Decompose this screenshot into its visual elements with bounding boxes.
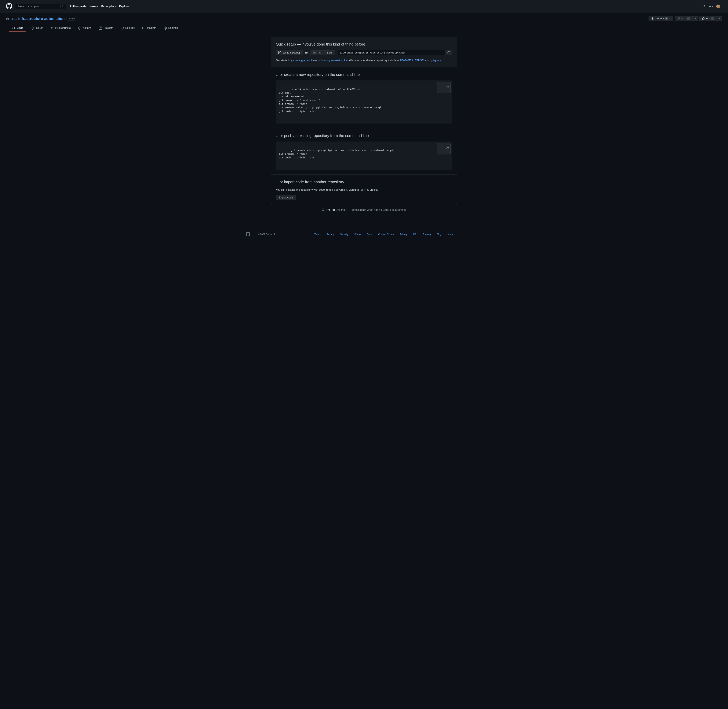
import-heading: …or import code from another repository <box>276 179 452 185</box>
readme-link[interactable]: README <box>399 59 411 62</box>
tab-actions[interactable]: Actions <box>75 25 95 32</box>
or-text: or <box>305 51 308 55</box>
footer-docs[interactable]: Docs <box>367 233 372 236</box>
fork-button: Fork 0 <box>675 16 693 21</box>
git-pull-request-icon <box>51 26 54 29</box>
tab-code[interactable]: Code <box>9 25 26 32</box>
shield-icon <box>121 26 124 29</box>
star-count: 0 <box>711 17 714 20</box>
push-code-block: git remote add origin git@github.com:pst… <box>276 142 452 170</box>
repo-path: pst/infrastructure-automation <box>11 16 65 22</box>
triangle-down-icon <box>694 18 696 19</box>
footer-about[interactable]: About <box>447 233 453 236</box>
plus-icon <box>708 5 711 8</box>
footer-pricing[interactable]: Pricing <box>400 233 407 236</box>
setup-box: Quick setup — if you've done this kind o… <box>271 36 457 205</box>
repo-forked-icon <box>677 17 680 20</box>
fork-count: 0 <box>686 17 690 20</box>
copy-icon <box>446 147 449 150</box>
user-menu[interactable] <box>716 4 722 8</box>
footer: © 2022 GitHub, Inc. Terms Privacy Securi… <box>243 224 485 238</box>
repo-header: pst/infrastructure-automation Private Un… <box>0 13 728 32</box>
footer-security[interactable]: Security <box>340 233 348 236</box>
license-link[interactable]: LICENSE <box>412 59 424 62</box>
import-code-button[interactable]: Import code <box>276 195 296 200</box>
repo-owner-link[interactable]: pst <box>11 16 16 21</box>
watch-count: 1 <box>664 17 668 20</box>
eye-icon <box>651 17 654 20</box>
nav-issues[interactable]: Issues <box>89 4 98 8</box>
repo-name-link[interactable]: infrastructure-automation <box>18 16 64 21</box>
quick-setup-heading: Quick setup — if you've done this kind o… <box>276 41 452 47</box>
bell-icon <box>702 5 705 8</box>
upload-file-link[interactable]: uploading an existing file <box>319 59 348 62</box>
issue-opened-icon <box>31 26 34 29</box>
footer-api[interactable]: API <box>413 233 416 236</box>
push-heading: …or push an existing repository from the… <box>276 133 452 139</box>
global-header: / Pull requests Issues Marketplace Explo… <box>0 0 728 13</box>
lock-icon <box>6 17 9 21</box>
copy-push-button[interactable] <box>437 143 451 155</box>
setup-desktop-button[interactable]: Set up in Desktop <box>276 50 303 55</box>
footer-privacy[interactable]: Privacy <box>327 233 334 236</box>
avatar <box>716 4 720 8</box>
repo-tabs: Code Issues Pull requests Actions Projec… <box>6 25 722 32</box>
desktop-download-icon <box>278 51 281 54</box>
global-nav: Pull requests Issues Marketplace Explore <box>70 4 129 8</box>
github-logo[interactable] <box>6 3 12 10</box>
graph-icon <box>143 26 146 29</box>
create-code-block: echo "# infrastructure-automation" >> RE… <box>276 80 452 124</box>
tab-pull-requests[interactable]: Pull requests <box>48 25 74 32</box>
gear-icon <box>164 26 167 29</box>
footer-logo[interactable] <box>246 232 250 237</box>
create-file-link[interactable]: creating a new file <box>293 59 315 62</box>
tab-insights[interactable]: Insights <box>139 25 159 32</box>
search-box[interactable]: / <box>15 4 67 9</box>
nav-marketplace[interactable]: Marketplace <box>101 4 116 8</box>
footer-training[interactable]: Training <box>422 233 431 236</box>
star-caret[interactable] <box>717 16 722 21</box>
triangle-down-icon <box>720 6 722 7</box>
star-icon <box>702 17 705 20</box>
search-input[interactable] <box>17 5 60 8</box>
tab-issues[interactable]: Issues <box>28 25 46 32</box>
copy-create-button[interactable] <box>437 82 451 93</box>
create-heading: …or create a new repository on the comma… <box>276 72 452 77</box>
footer-status[interactable]: Status <box>355 233 361 236</box>
create-menu[interactable] <box>708 5 713 8</box>
setup-help-text: Get started by creating a new file or up… <box>276 58 452 63</box>
notifications-button[interactable] <box>702 5 705 8</box>
footer-contact[interactable]: Contact GitHub <box>378 233 394 236</box>
copy-icon <box>447 51 450 54</box>
mark-github-icon <box>6 3 12 9</box>
star-button[interactable]: Star 0 <box>699 16 717 21</box>
play-icon <box>78 26 81 29</box>
footer-blog[interactable]: Blog <box>437 233 441 236</box>
mark-github-icon <box>246 232 250 236</box>
import-desc: You can initialize this repository with … <box>276 188 452 192</box>
nav-pull-requests[interactable]: Pull requests <box>70 4 86 8</box>
copy-url-button[interactable] <box>445 50 452 55</box>
unwatch-button[interactable]: Unwatch 1 <box>649 16 673 21</box>
nav-explore[interactable]: Explore <box>119 4 129 8</box>
code-icon <box>12 26 15 29</box>
tab-security[interactable]: Security <box>118 25 138 32</box>
copyright: © 2022 GitHub, Inc. <box>258 233 278 236</box>
tab-projects[interactable]: Projects <box>96 25 116 32</box>
https-toggle[interactable]: HTTPS <box>310 50 324 55</box>
clone-url-input[interactable] <box>337 50 445 55</box>
fork-caret[interactable] <box>693 16 698 21</box>
triangle-down-icon <box>669 18 671 19</box>
table-icon <box>99 26 102 29</box>
light-bulb-icon <box>322 209 325 212</box>
footer-terms[interactable]: Terms <box>314 233 320 236</box>
slash-key-hint: / <box>60 4 64 8</box>
protip: ProTip! Use the URL for this page when a… <box>271 208 457 212</box>
visibility-badge: Private <box>66 17 76 20</box>
copy-icon <box>446 86 449 89</box>
triangle-down-icon <box>718 18 720 19</box>
tab-settings[interactable]: Settings <box>161 25 181 32</box>
gitignore-link[interactable]: .gitignore <box>430 59 441 62</box>
triangle-down-icon <box>711 6 713 7</box>
ssh-toggle[interactable]: SSH <box>324 50 335 55</box>
